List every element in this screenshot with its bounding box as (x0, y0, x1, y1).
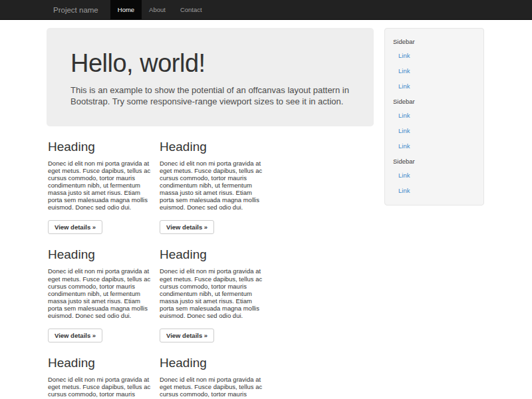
main-content: Hello, world! This is an example to show… (45, 20, 376, 399)
sidebar-section-header: Sidebar (385, 34, 483, 48)
content-card: Heading Donec id elit non mi porta gravi… (48, 342, 153, 399)
nav-item-about[interactable]: About (142, 0, 173, 20)
sidebar-link[interactable]: Link (385, 138, 483, 154)
card-heading: Heading (160, 140, 265, 154)
card-heading: Heading (48, 140, 153, 154)
view-details-button[interactable]: View details » (48, 329, 102, 342)
navbar: Project name Home About Contact (0, 0, 532, 20)
sidebar-link[interactable]: Link (385, 168, 483, 183)
nav-item-contact[interactable]: Contact (173, 0, 209, 20)
sidebar-link[interactable]: Link (385, 183, 483, 198)
view-details-button[interactable]: View details » (160, 329, 214, 342)
content-card: Heading Donec id elit non mi porta gravi… (48, 126, 153, 235)
sidebar-section-header: Sidebar (385, 94, 483, 108)
navbar-brand[interactable]: Project name (45, 0, 106, 20)
sidebar-link[interactable]: Link (385, 63, 483, 78)
content-card: Heading Donec id elit non mi porta gravi… (160, 126, 265, 235)
sidebar-link[interactable]: Link (385, 78, 483, 94)
navbar-menu: Home About Contact (110, 0, 209, 20)
content-card: Heading Donec id elit non mi porta gravi… (160, 342, 265, 399)
card-heading: Heading (160, 247, 265, 262)
card-heading: Heading (48, 247, 153, 262)
nav-item-home[interactable]: Home (110, 0, 142, 20)
card-heading: Heading (48, 356, 153, 370)
cards-grid: Heading Donec id elit non mi porta gravi… (45, 126, 376, 399)
card-body-text: Donec id elit non mi porta gravida at eg… (160, 160, 265, 211)
sidebar-link[interactable]: Link (385, 48, 483, 63)
page-container: Hello, world! This is an example to show… (45, 20, 487, 399)
sidebar-link[interactable]: Link (385, 108, 483, 123)
sidebar: Sidebar Link Link Link Sidebar Link Link… (384, 28, 484, 205)
jumbotron: Hello, world! This is an example to show… (47, 28, 374, 126)
card-body-text: Donec id elit non mi porta gravida at eg… (48, 267, 153, 319)
card-heading: Heading (160, 356, 265, 370)
page-title: Hello, world! (70, 49, 350, 78)
content-row: Hello, world! This is an example to show… (45, 20, 487, 399)
jumbotron-description: This is an example to show the potential… (70, 84, 350, 108)
view-details-button[interactable]: View details » (48, 220, 102, 234)
sidebar-link[interactable]: Link (385, 123, 483, 138)
sidebar-column: Sidebar Link Link Link Sidebar Link Link… (384, 20, 484, 205)
card-body-text: Donec id elit non mi porta gravida at eg… (48, 376, 153, 399)
content-card: Heading Donec id elit non mi porta gravi… (160, 234, 265, 342)
card-body-text: Donec id elit non mi porta gravida at eg… (160, 267, 265, 319)
card-body-text: Donec id elit non mi porta gravida at eg… (48, 160, 153, 211)
card-body-text: Donec id elit non mi porta gravida at eg… (160, 376, 265, 399)
navbar-inner: Project name Home About Contact (45, 0, 487, 20)
sidebar-section-header: Sidebar (385, 154, 483, 168)
content-card: Heading Donec id elit non mi porta gravi… (48, 234, 153, 342)
view-details-button[interactable]: View details » (160, 220, 214, 234)
